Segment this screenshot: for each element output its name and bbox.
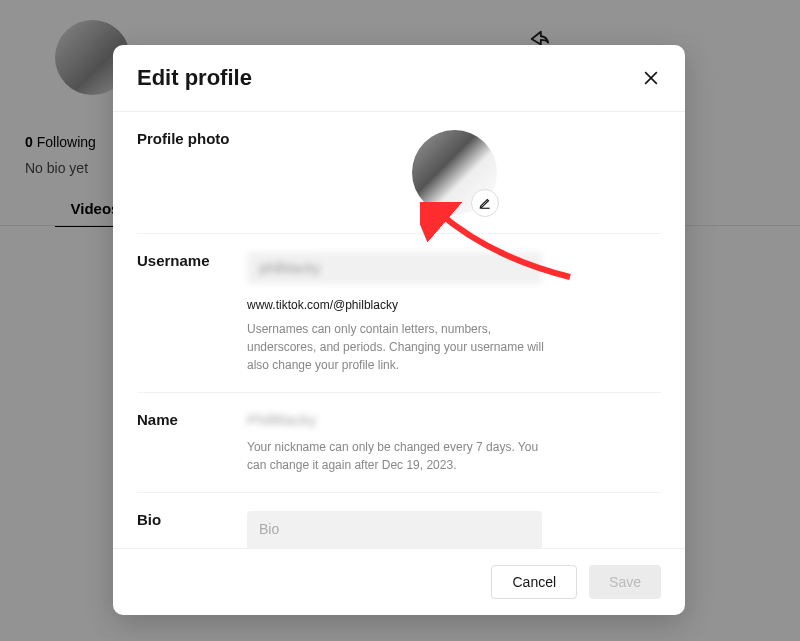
section-profile-photo: Profile photo [137,112,661,234]
username-label: Username [137,252,247,374]
section-username: Username philblacky www.tiktok.com/@phil… [137,234,661,393]
name-label: Name [137,411,247,474]
profile-photo-label: Profile photo [137,130,247,215]
modal-footer: Cancel Save [113,548,685,615]
modal-body: Profile photo Username philblacky www.ti… [113,112,685,548]
bio-textarea[interactable]: Bio [247,511,542,548]
following-stat: 0 Following [25,134,96,150]
pencil-icon [478,196,492,210]
profile-photo[interactable] [412,130,497,215]
username-helper: Usernames can only contain letters, numb… [247,320,547,374]
save-button[interactable]: Save [589,565,661,599]
name-value[interactable]: PhilBlacky [247,411,661,428]
section-name: Name PhilBlacky Your nickname can only b… [137,393,661,493]
edit-profile-modal: Edit profile Profile photo Username phil… [113,45,685,615]
close-button[interactable] [641,68,661,88]
username-url: www.tiktok.com/@philblacky [247,298,661,312]
modal-header: Edit profile [113,45,685,112]
modal-title: Edit profile [137,65,252,91]
bio-placeholder-bg: No bio yet [25,160,88,176]
username-input[interactable]: philblacky [247,252,542,284]
name-helper: Your nickname can only be changed every … [247,438,547,474]
edit-photo-button[interactable] [471,189,499,217]
bio-label: Bio [137,511,247,548]
section-bio: Bio Bio 0/80 [137,493,661,548]
cancel-button[interactable]: Cancel [491,565,577,599]
